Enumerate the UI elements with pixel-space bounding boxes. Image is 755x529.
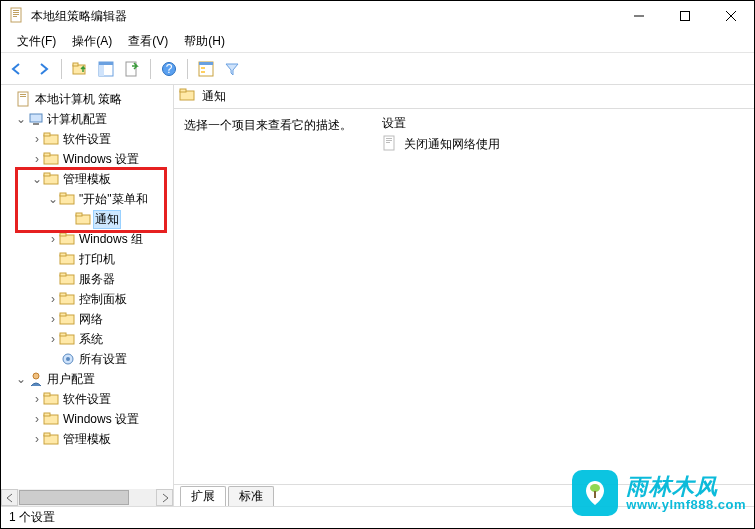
- detail-pane: 通知 选择一个项目来查看它的描述。 设置 关闭通知网络使用 扩展 标准: [174, 85, 754, 506]
- collapse-icon[interactable]: ⌄: [15, 112, 27, 126]
- tree-uc-admin[interactable]: › 管理模板: [1, 429, 173, 449]
- detail-title: 通知: [202, 88, 226, 105]
- svg-rect-20: [201, 71, 205, 73]
- svg-rect-22: [20, 94, 26, 95]
- expand-icon[interactable]: ›: [47, 232, 59, 246]
- menu-file[interactable]: 文件(F): [9, 31, 64, 52]
- menu-help[interactable]: 帮助(H): [176, 31, 233, 52]
- tree-computer-config[interactable]: ⌄ 计算机配置: [1, 109, 173, 129]
- svg-point-50: [33, 373, 39, 379]
- tree-cc-network[interactable]: › 网络: [1, 309, 173, 329]
- workarea: ▸ 本地计算机 策略 ⌄ 计算机配置 › 软件设置 › Windows 设置 ⌄: [1, 85, 754, 506]
- back-button[interactable]: [5, 57, 29, 81]
- tree[interactable]: ▸ 本地计算机 策略 ⌄ 计算机配置 › 软件设置 › Windows 设置 ⌄: [1, 85, 173, 453]
- detail-tabs: 扩展 标准: [174, 484, 754, 506]
- svg-rect-62: [386, 142, 390, 143]
- expand-icon[interactable]: ›: [31, 132, 43, 146]
- export-button[interactable]: [120, 57, 144, 81]
- collapse-icon[interactable]: ⌄: [15, 372, 27, 386]
- folder-icon: [43, 412, 61, 426]
- tree-cc-windows[interactable]: › Windows 设置: [1, 149, 173, 169]
- maximize-button[interactable]: [662, 1, 708, 31]
- tree-uc-windows[interactable]: › Windows 设置: [1, 409, 173, 429]
- tree-label: 管理模板: [61, 431, 113, 448]
- folder-icon: [43, 432, 61, 446]
- help-button[interactable]: ?: [157, 57, 181, 81]
- close-button[interactable]: [708, 1, 754, 31]
- properties-button[interactable]: [194, 57, 218, 81]
- folder-icon: [59, 252, 77, 266]
- statusbar: 1 个设置: [1, 506, 754, 528]
- show-hide-tree-button[interactable]: [94, 57, 118, 81]
- folder-icon: [43, 392, 61, 406]
- minimize-button[interactable]: [616, 1, 662, 31]
- expand-icon[interactable]: ›: [31, 412, 43, 426]
- tree-cc-wincomp[interactable]: › Windows 组: [1, 229, 173, 249]
- scroll-track[interactable]: [18, 489, 156, 506]
- forward-button[interactable]: [31, 57, 55, 81]
- svg-rect-25: [33, 123, 39, 125]
- tab-standard[interactable]: 标准: [228, 486, 274, 506]
- folder-icon: [59, 332, 77, 346]
- description-text: 选择一个项目来查看它的描述。: [184, 118, 352, 132]
- menu-action[interactable]: 操作(A): [64, 31, 120, 52]
- tree-cc-ctrlpanel[interactable]: › 控制面板: [1, 289, 173, 309]
- svg-rect-27: [44, 133, 50, 136]
- scroll-thumb[interactable]: [19, 490, 129, 505]
- svg-rect-3: [13, 14, 19, 15]
- window-title: 本地组策略编辑器: [31, 8, 616, 25]
- detail-description: 选择一个项目来查看它的描述。: [174, 109, 374, 484]
- tree-cc-server[interactable]: › 服务器: [1, 269, 173, 289]
- tree-horizontal-scrollbar[interactable]: [1, 489, 173, 506]
- expand-icon[interactable]: ›: [31, 152, 43, 166]
- scroll-left-button[interactable]: [1, 489, 18, 506]
- tab-extended[interactable]: 扩展: [180, 486, 226, 506]
- tree-cc-notify[interactable]: › 通知: [1, 209, 173, 229]
- tree-label: 本地计算机 策略: [33, 91, 124, 108]
- menu-view[interactable]: 查看(V): [120, 31, 176, 52]
- svg-rect-6: [681, 12, 690, 21]
- svg-rect-29: [44, 153, 50, 156]
- detail-list[interactable]: 设置 关闭通知网络使用: [374, 109, 754, 484]
- tree-label: 服务器: [77, 271, 117, 288]
- tree-cc-software[interactable]: › 软件设置: [1, 129, 173, 149]
- folder-icon: [43, 172, 61, 186]
- expand-icon[interactable]: ›: [31, 392, 43, 406]
- collapse-icon[interactable]: ⌄: [31, 172, 43, 186]
- toolbar-separator: [61, 59, 62, 79]
- tree-cc-start[interactable]: ⌄ "开始"菜单和: [1, 189, 173, 209]
- tree-uc-software[interactable]: › 软件设置: [1, 389, 173, 409]
- tree-cc-all[interactable]: › 所有设置: [1, 349, 173, 369]
- tree-cc-admin[interactable]: ⌄ 管理模板: [1, 169, 173, 189]
- svg-rect-13: [99, 65, 104, 76]
- column-header-setting[interactable]: 设置: [374, 113, 754, 134]
- expand-icon[interactable]: ›: [47, 312, 59, 326]
- titlebar: 本地组策略编辑器: [1, 1, 754, 31]
- svg-rect-18: [199, 62, 213, 65]
- tree-pane: ▸ 本地计算机 策略 ⌄ 计算机配置 › 软件设置 › Windows 设置 ⌄: [1, 85, 174, 506]
- filter-button[interactable]: [220, 57, 244, 81]
- tree-label: Windows 设置: [61, 151, 141, 168]
- tree-label: Windows 设置: [61, 411, 141, 428]
- up-button[interactable]: [68, 57, 92, 81]
- list-item[interactable]: 关闭通知网络使用: [374, 134, 754, 154]
- folder-icon: [59, 272, 77, 286]
- scroll-right-button[interactable]: [156, 489, 173, 506]
- svg-rect-2: [13, 12, 19, 13]
- computer-icon: [27, 111, 45, 127]
- svg-rect-54: [44, 413, 50, 416]
- tree-label: 通知: [93, 210, 121, 229]
- svg-rect-10: [73, 63, 78, 66]
- tree-cc-system[interactable]: › 系统: [1, 329, 173, 349]
- tree-label: 网络: [77, 311, 105, 328]
- tree-label: 所有设置: [77, 351, 129, 368]
- tree-root[interactable]: ▸ 本地计算机 策略: [1, 89, 173, 109]
- svg-rect-33: [60, 193, 66, 196]
- tree-user-config[interactable]: ⌄ 用户配置: [1, 369, 173, 389]
- expand-icon[interactable]: ›: [47, 332, 59, 346]
- expand-icon[interactable]: ›: [31, 432, 43, 446]
- tree-cc-printer[interactable]: › 打印机: [1, 249, 173, 269]
- collapse-icon[interactable]: ⌄: [47, 192, 59, 206]
- svg-rect-60: [386, 138, 392, 139]
- expand-icon[interactable]: ›: [47, 292, 59, 306]
